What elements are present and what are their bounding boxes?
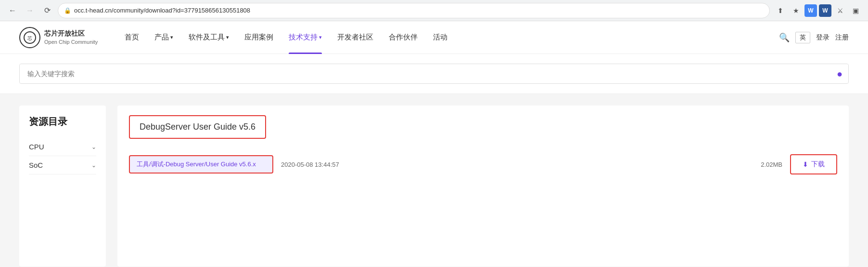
chevron-down-icon-3: ▾ [319,34,322,40]
chevron-down-icon-2: ▾ [226,34,229,40]
sidebar-item-soc[interactable]: SoC ⌄ [29,156,96,174]
nav-developer-label: 开发者社区 [337,33,373,42]
nav-home-label: 首页 [125,33,139,42]
download-label: 下载 [811,160,825,169]
search-input[interactable] [20,64,848,83]
site-header: 芯 芯片开放社区 Open Chip Community 首页 产品 ▾ 软件及… [0,21,868,54]
main-content: 资源目录 CPU ⌄ SoC ⌄ DebugServer User Guide … [0,94,868,267]
header-right: 🔍 英 登录 注册 [779,32,849,43]
svg-text:芯: 芯 [27,36,32,41]
extension-blue-button[interactable]: W [804,4,817,17]
search-icon: ● [837,68,842,80]
logo-text: 芯片开放社区 Open Chip Community [44,29,98,46]
sidebar-item-cpu[interactable]: CPU ⌄ [29,138,96,156]
resource-size: 2.02MB [761,161,782,168]
share-button[interactable]: ⬆ [774,4,787,17]
browser-chrome: ← → ⟳ 🔒 occ.t-head.cn/community/download… [0,0,868,21]
header-lang-button[interactable]: 英 [795,32,810,43]
resource-row: 工具/调试-Debug Server/User Guide v5.6.x 202… [129,148,837,180]
menu-button[interactable]: ▣ [849,4,862,17]
nav-cases[interactable]: 应用案例 [237,21,281,54]
chevron-down-icon: ▾ [170,34,173,40]
sidebar-title: 资源目录 [29,115,96,128]
header-login-button[interactable]: 登录 [816,33,830,42]
logo-icon: 芯 [19,27,40,48]
nav-partner-label: 合作伙伴 [389,33,418,42]
extension-word-button[interactable]: W [819,4,831,17]
sidebar-cpu-label: CPU [29,143,44,151]
nav-software-label: 软件及工具 [189,33,225,42]
nav-products[interactable]: 产品 ▾ [147,21,181,54]
main-nav: 首页 产品 ▾ 软件及工具 ▾ 应用案例 技术支持 ▾ 开发者社区 合作伙伴 活… [117,21,779,54]
search-section: ● [0,54,868,94]
url-text: occ.t-head.cn/community/download?id=3779… [74,7,250,14]
nav-home[interactable]: 首页 [117,21,147,54]
address-bar[interactable]: 🔒 occ.t-head.cn/community/download?id=37… [58,3,770,18]
resource-title: DebugServer User Guide v5.6 [129,115,266,139]
resource-file-tag[interactable]: 工具/调试-Debug Server/User Guide v5.6.x [129,155,273,174]
back-button[interactable]: ← [6,4,19,17]
download-icon: ⬇ [803,160,808,168]
forward-button[interactable]: → [23,4,37,17]
sidebar-soc-label: SoC [29,161,43,169]
header-search-button[interactable]: 🔍 [779,32,790,43]
chevron-down-icon-soc: ⌄ [91,162,96,169]
reload-button[interactable]: ⟳ [40,4,54,17]
nav-support-label: 技术支持 [289,33,318,42]
nav-events[interactable]: 活动 [425,21,455,54]
search-input-wrap: ● [19,64,849,84]
nav-cases-label: 应用案例 [244,33,273,42]
nav-products-label: 产品 [154,33,169,42]
resource-date: 2020-05-08 13:44:57 [281,161,339,168]
nav-developer[interactable]: 开发者社区 [330,21,381,54]
bookmark-button[interactable]: ★ [789,4,803,17]
nav-software[interactable]: 软件及工具 ▾ [181,21,237,54]
download-button[interactable]: ⬇ 下载 [790,154,837,174]
nav-partner[interactable]: 合作伙伴 [381,21,425,54]
chevron-down-icon-cpu: ⌄ [91,144,96,150]
header-register-button[interactable]: 注册 [835,33,849,42]
browser-actions: ⬆ ★ W W ⚔ ▣ [774,4,862,17]
resource-area: DebugServer User Guide v5.6 工具/调试-Debug … [117,106,849,267]
lock-icon: 🔒 [64,7,71,14]
logo-zh: 芯片开放社区 [44,29,98,39]
logo-en: Open Chip Community [44,39,98,46]
nav-support[interactable]: 技术支持 ▾ [281,21,330,54]
sidebar: 资源目录 CPU ⌄ SoC ⌄ [19,106,106,267]
nav-events-label: 活动 [433,33,447,42]
logo[interactable]: 芯 芯片开放社区 Open Chip Community [19,27,98,48]
logo-svg: 芯 [23,31,37,44]
extensions-button[interactable]: ⚔ [833,4,847,17]
